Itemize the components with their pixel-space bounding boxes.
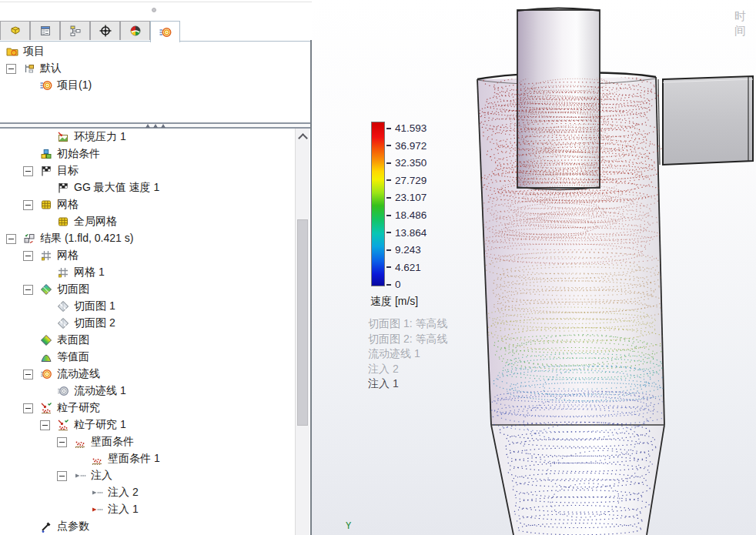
collapse-minus-icon[interactable] xyxy=(40,420,50,430)
manager-tab-display-manager[interactable] xyxy=(120,21,150,40)
tree-item[interactable]: 初始条件 xyxy=(0,145,295,162)
property-manager-icon xyxy=(39,25,52,37)
inject-gray-icon xyxy=(91,487,103,499)
legend-value: 4.621 xyxy=(395,262,421,273)
pointparam-icon xyxy=(40,520,52,533)
collapse-minus-icon[interactable] xyxy=(23,166,33,176)
tree-item-label: 壁面条件 1 xyxy=(108,452,160,466)
tree-item-label: 默认 xyxy=(40,62,62,75)
tree-item[interactable]: 项目(1) xyxy=(0,77,295,94)
legend-value-row: 23.107 xyxy=(386,192,427,203)
traj-gray-icon xyxy=(57,385,69,397)
tree-item[interactable]: 粒子研究 1 xyxy=(0,416,295,433)
tree-item[interactable]: 网格 xyxy=(0,247,295,264)
plot-caption: 流动迹线 1 xyxy=(368,346,447,362)
tree-item[interactable]: 等值面 xyxy=(0,349,295,366)
tree-item[interactable]: 表面图 xyxy=(0,332,295,349)
plot-caption: 注入 2 xyxy=(368,362,447,377)
solidworks-window: 项目默认项目(1) 环境压力 1初始条件目标GG 最大值 速度 1网格全局网格结… xyxy=(0,0,756,535)
surface-icon xyxy=(40,334,52,346)
tree-item[interactable]: 切面图 1 xyxy=(0,298,295,315)
collapse-minus-icon[interactable] xyxy=(6,234,16,244)
mesh-yellow-icon xyxy=(57,216,69,228)
legend-tick xyxy=(386,179,391,181)
tree-item[interactable]: 切面图 xyxy=(0,281,295,298)
init-icon xyxy=(40,148,52,160)
graphics-viewport[interactable]: 41.59336.97232.35027.72923.10718.48613.8… xyxy=(312,0,756,535)
dimxpert-manager-icon xyxy=(99,25,112,37)
mesh-hash-icon xyxy=(40,249,52,262)
legend-value-row: 18.486 xyxy=(386,209,427,221)
legend-tick xyxy=(386,266,391,268)
tree-item-label: 等值面 xyxy=(57,350,89,364)
feature-manager-icon xyxy=(9,25,22,37)
tree-item[interactable]: 注入 2 xyxy=(0,484,295,501)
tree-item-label: 切面图 xyxy=(57,283,89,296)
tree-item[interactable]: 默认 xyxy=(0,60,295,77)
tree-item-label: 网格 1 xyxy=(74,266,105,279)
manager-tab-dimxpert-manager[interactable] xyxy=(90,21,120,40)
collapse-minus-icon[interactable] xyxy=(23,285,33,295)
tree-item[interactable]: 网格 xyxy=(0,196,295,213)
tree-item[interactable]: 流动迹线 1 xyxy=(0,383,295,400)
tree-item[interactable]: 点参数 xyxy=(0,518,295,535)
tree-item[interactable]: 全局网格 xyxy=(0,213,295,230)
tree-item[interactable]: 流动迹线 xyxy=(0,366,295,383)
manager-tab-property-manager[interactable] xyxy=(30,21,60,40)
tree-item[interactable]: 壁面条件 1 xyxy=(0,450,295,467)
legend-value: 27.729 xyxy=(395,175,427,186)
legend-value-row: 36.972 xyxy=(386,140,427,152)
velocity-legend-bar xyxy=(371,122,385,286)
tree-item[interactable]: 项目 xyxy=(0,43,295,60)
tree-item[interactable]: GG 最大值 速度 1 xyxy=(0,179,295,196)
collapse-minus-icon[interactable] xyxy=(23,369,33,380)
collapse-minus-icon[interactable] xyxy=(57,437,67,447)
legend-value-row: 0 xyxy=(386,279,401,290)
legend-value: 41.593 xyxy=(395,122,427,134)
tree-item[interactable]: 粒子研究 xyxy=(0,400,295,416)
legend-tick xyxy=(386,128,391,129)
scroll-up-arrow-icon[interactable] xyxy=(296,129,309,142)
inject-gray-icon xyxy=(74,470,86,482)
collapse-minus-icon[interactable] xyxy=(23,251,33,261)
tree-item[interactable]: 切面图 2 xyxy=(0,315,295,332)
scrollbar-thumb[interactable] xyxy=(297,219,308,426)
tree-splitter[interactable] xyxy=(0,122,311,129)
legend-tick xyxy=(386,197,391,199)
tree-item[interactable]: 壁面条件 xyxy=(0,433,295,450)
tree-item[interactable]: 目标 xyxy=(0,162,295,179)
mesh-hash-icon xyxy=(57,266,69,279)
tree-item[interactable]: 注入 xyxy=(0,467,295,484)
tree-item[interactable]: 环境压力 1 xyxy=(0,129,295,145)
flow-project-icon xyxy=(40,79,52,92)
tree-scrollbar[interactable] xyxy=(295,129,309,535)
tree-item[interactable]: 网格 1 xyxy=(0,264,295,281)
pressure-icon xyxy=(57,131,69,143)
tree-item-label: 网格 xyxy=(57,198,79,212)
manager-tab-feature-manager[interactable] xyxy=(0,21,30,40)
tree-item-label: 项目 xyxy=(23,45,45,59)
manager-tab-configuration-manager[interactable] xyxy=(60,21,90,40)
legend-value-row: 9.243 xyxy=(386,244,421,256)
collapse-minus-icon[interactable] xyxy=(23,403,33,413)
y-axis-label: Y xyxy=(346,520,351,531)
legend-value: 13.864 xyxy=(395,227,427,239)
manager-tab-flow-simulation[interactable] xyxy=(150,21,180,42)
legend-value: 23.107 xyxy=(395,192,427,203)
tree-item-label: 流动迹线 1 xyxy=(74,384,126,398)
cutplot-gray-icon xyxy=(57,300,69,313)
tree-item-label: 表面图 xyxy=(57,333,89,347)
panel-grip-dot[interactable] xyxy=(152,8,156,12)
tree-item-label: 点参数 xyxy=(57,520,89,533)
legend-value: 32.350 xyxy=(395,157,427,169)
collapse-minus-icon[interactable] xyxy=(23,200,33,210)
tree-item-label: 粒子研究 1 xyxy=(74,418,126,432)
tree-item-label: 切面图 2 xyxy=(74,316,115,330)
tree-item[interactable]: 结果 (1.fld, 0.421 s) xyxy=(0,230,295,247)
project-folder-icon xyxy=(6,45,18,58)
plot-caption: 切面图 1: 等高线 xyxy=(368,316,447,332)
tree-item[interactable]: 注入 1 xyxy=(0,501,295,518)
collapse-minus-icon[interactable] xyxy=(6,64,16,74)
collapse-minus-icon[interactable] xyxy=(57,471,67,481)
display-manager-icon xyxy=(129,25,142,37)
